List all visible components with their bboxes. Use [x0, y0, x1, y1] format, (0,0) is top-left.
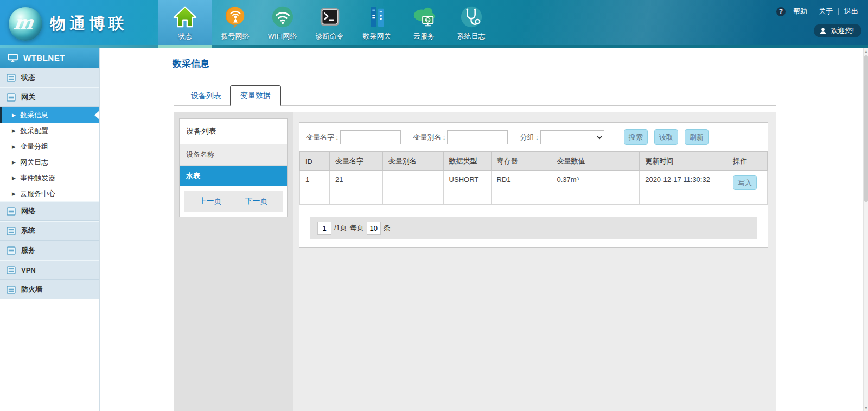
sidebar-item-firewall[interactable]: 防火墙: [0, 280, 99, 299]
cloud-service-icon: [412, 4, 437, 29]
sidebar-item-network[interactable]: 网络: [0, 201, 99, 221]
sidebar-gateway-submenu: ▶ 数采信息 ▶ 数采配置 ▶ 变量分组 ▶ 网关日志 ▶ 事件触发器 ▶ 云服…: [0, 107, 99, 201]
nav-item-data-gateway[interactable]: 数采网关: [353, 0, 400, 45]
sidebar-item-status[interactable]: 状态: [0, 68, 99, 87]
logout-link[interactable]: 退出: [844, 7, 858, 16]
help-icon: ?: [776, 7, 786, 16]
nav-item-wifi-network[interactable]: WIFI网络: [259, 0, 306, 45]
col-action: 操作: [727, 152, 767, 171]
tab-bar: 设备列表 变量数据: [174, 85, 776, 106]
col-id: ID: [300, 152, 330, 171]
cell-variable-alias: [382, 171, 443, 205]
cell-variable-value: 0.37m³: [551, 171, 640, 205]
home-icon: [173, 4, 197, 29]
sidebar-item-event-trigger[interactable]: ▶ 事件触发器: [0, 170, 99, 186]
sidebar-item-service[interactable]: 服务: [0, 241, 99, 260]
scroll-down-icon[interactable]: ▼: [864, 404, 868, 411]
read-button[interactable]: 读取: [654, 129, 678, 145]
user-icon: [819, 27, 827, 35]
brand-globe-icon: m: [9, 7, 42, 41]
nav-item-cloud-service[interactable]: 云服务: [400, 0, 448, 45]
caret-right-icon: ▶: [12, 191, 16, 197]
monitor-icon: [8, 54, 18, 62]
scroll-up-icon[interactable]: ▲: [864, 48, 868, 54]
prev-page-link[interactable]: 上一页: [199, 197, 222, 206]
welcome-badge[interactable]: 欢迎您!: [814, 24, 861, 37]
nav-item-dial-network[interactable]: 拨号网络: [212, 0, 259, 45]
about-link[interactable]: 关于: [819, 7, 833, 16]
scrollbar-thumb[interactable]: [864, 55, 868, 202]
nav-item-system-log[interactable]: 系统日志: [448, 0, 495, 45]
page-total-label: /1页: [334, 223, 347, 233]
cell-action: 写入: [727, 171, 767, 205]
tab-variable-data[interactable]: 变量数据: [230, 85, 281, 106]
col-variable-value: 变量数值: [551, 152, 640, 171]
sidebar-item-gateway[interactable]: 网关: [0, 87, 99, 107]
group-select[interactable]: [540, 130, 604, 144]
col-register: 寄存器: [491, 152, 551, 171]
per-page-input[interactable]: [367, 222, 381, 235]
table-header-row: ID 变量名字 变量别名 数据类型 寄存器 变量数值 更新时间 操作: [300, 152, 768, 171]
content-panel: 设备列表 设备名称 水表 上一页 下一页 变量名字 : 变量别名 : 分组 : …: [174, 112, 776, 411]
header-links: ? 帮助 关于 退出: [776, 7, 858, 16]
list-icon: [7, 207, 16, 216]
nav-item-diagnostic-command[interactable]: 诊断命令: [306, 0, 353, 45]
system-log-icon: [459, 4, 484, 29]
sidebar-item-gateway-log[interactable]: ▶ 网关日志: [0, 154, 99, 170]
sidebar-item-data-collection-config[interactable]: ▶ 数采配置: [0, 123, 99, 138]
brand-name: 物通博联: [50, 13, 128, 35]
device-list-title: 设备列表: [180, 119, 287, 144]
col-variable-name: 变量名字: [329, 152, 382, 171]
write-button[interactable]: 写入: [733, 175, 757, 190]
table-row: 1 21 USHORT RD1 0.37m³ 2020-12-17 11:30:…: [300, 171, 768, 205]
col-update-time: 更新时间: [640, 152, 727, 171]
brand-logo: m 物通博联: [0, 0, 158, 48]
group-label: 分组 :: [520, 132, 538, 142]
cell-data-type: USHORT: [443, 171, 491, 205]
sidebar-item-variable-group[interactable]: ▶ 变量分组: [0, 138, 99, 154]
caret-right-icon: ▶: [12, 175, 16, 181]
sidebar-item-system[interactable]: 系统: [0, 221, 99, 241]
device-row-water-meter[interactable]: 水表: [180, 166, 287, 186]
col-data-type: 数据类型: [443, 152, 491, 171]
list-icon: [7, 93, 16, 102]
help-link[interactable]: 帮助: [793, 7, 807, 16]
cell-id: 1: [300, 171, 330, 205]
cell-update-time: 2020-12-17 11:30:32: [640, 171, 727, 205]
dial-network-icon: [223, 4, 248, 29]
gateway-icon: [365, 4, 390, 29]
page-number-input[interactable]: [317, 222, 331, 235]
device-list-pager: 上一页 下一页: [184, 191, 283, 212]
sidebar-host-name: WTBLNET: [23, 53, 65, 62]
variable-alias-input[interactable]: [447, 130, 508, 144]
variable-name-input[interactable]: [340, 130, 401, 144]
table-pagination: /1页 每页 条: [310, 217, 757, 239]
sidebar-host: WTBLNET: [0, 48, 99, 68]
caret-right-icon: ▶: [12, 112, 16, 118]
sidebar-item-vpn[interactable]: VPN: [0, 260, 99, 280]
filter-bar: 变量名字 : 变量别名 : 分组 : 搜索 读取 刷新: [299, 123, 768, 151]
sidebar-item-data-collection-info[interactable]: ▶ 数采信息: [0, 107, 99, 123]
device-list-column: 设备列表 设备名称 水表 上一页 下一页: [174, 112, 293, 411]
main-content: 数采信息 设备列表 变量数据 设备列表 设备名称 水表 上一页 下一页 变量名字…: [100, 48, 868, 411]
caret-right-icon: ▶: [12, 160, 16, 165]
variable-name-label: 变量名字 :: [306, 132, 338, 142]
top-nav: 状态 拨号网络 WIFI网络: [158, 0, 495, 45]
page-title: 数采信息: [173, 58, 868, 70]
nav-item-status[interactable]: 状态: [158, 0, 212, 45]
next-page-link[interactable]: 下一页: [245, 197, 268, 206]
vertical-scrollbar[interactable]: ▲ ▼: [863, 48, 868, 411]
list-icon: [7, 227, 16, 235]
sidebar: WTBLNET 状态 网关 ▶ 数采信息 ▶ 数采配置 ▶ 变量分组: [0, 48, 100, 411]
list-icon: [7, 286, 16, 294]
refresh-button[interactable]: 刷新: [685, 129, 709, 145]
list-icon: [7, 246, 16, 255]
sidebar-item-cloud-center[interactable]: ▶ 云服务中心: [0, 186, 99, 201]
search-button[interactable]: 搜索: [624, 129, 648, 145]
cell-register: RD1: [491, 171, 551, 205]
tab-device-list[interactable]: 设备列表: [182, 87, 230, 105]
active-nav-indicator: [158, 45, 212, 48]
caret-right-icon: ▶: [12, 128, 16, 134]
caret-right-icon: ▶: [12, 144, 16, 149]
cell-variable-name: 21: [329, 171, 382, 205]
